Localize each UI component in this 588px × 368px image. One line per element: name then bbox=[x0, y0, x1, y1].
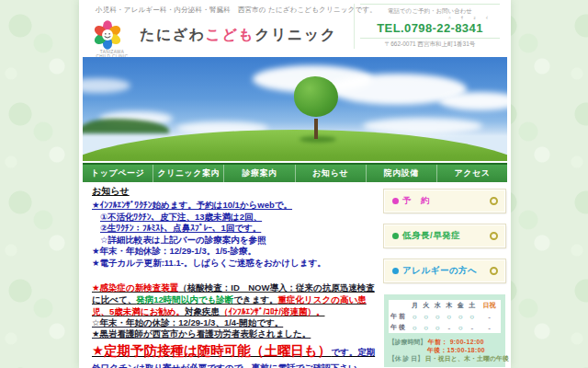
cloud bbox=[439, 92, 507, 110]
contact-label: 電話でのご予約・お問い合わせ bbox=[360, 4, 500, 16]
news-heading: お知らせ bbox=[92, 185, 379, 198]
short-stature-button[interactable]: 低身長/早発症 bbox=[384, 224, 505, 247]
allergy-button[interactable]: アレルギーの方へ bbox=[384, 259, 505, 282]
tel-number: TEL.0798-22-8341 bbox=[360, 21, 500, 35]
cloud bbox=[363, 118, 482, 134]
news-line-holiday: ★年末・年始休診：12/29-1/3。1/5-診療。 bbox=[92, 246, 379, 258]
arrow-icon bbox=[490, 197, 498, 205]
bullet-icon bbox=[392, 268, 399, 274]
flower-logo-icon bbox=[92, 19, 123, 51]
news-link-flu-vaccine[interactable]: ★ｲﾝﾌﾙｴﾝｻﾞﾜｸﾁﾝ始めます。予約は10/1からwebで。 bbox=[92, 200, 379, 212]
reservation-button[interactable]: 予 約 bbox=[384, 190, 505, 213]
arrow-icon bbox=[490, 267, 498, 275]
sidebar: 予 約 低身長/早発症 アレルギーの方へ 月 火 水 bbox=[384, 190, 505, 368]
news-line-nurse-award[interactable]: ★黒岩看護師が西宮市から看護功労者表彰されました。 bbox=[92, 328, 379, 340]
page: 小児科・アレルギー科・内分泌科・腎臓科 西宮市の たにざわこどもクリニックです。… bbox=[0, 0, 588, 368]
clinic-address: 〒662-0071 西宮市和上町1番31号 bbox=[360, 38, 500, 49]
nav-item-medical-info[interactable]: 診療案内 bbox=[223, 165, 294, 182]
schedule-row-am: 午前 ○ ○ ○ ○ ○ ○ - bbox=[389, 311, 501, 322]
news-section: お知らせ ★ｲﾝﾌﾙｴﾝｻﾞﾜｸﾁﾝ始めます。予約は10/1からwebで。 ①不… bbox=[92, 185, 379, 368]
cloud bbox=[83, 78, 130, 93]
clinic-logo[interactable]: TANIZAWA CHILD CLINIC たにざわこどもクリニック bbox=[92, 19, 331, 56]
schedule-table: 月 火 水 木 金 土 日祝 午前 ○ ○ ○ ○ ○ bbox=[389, 300, 501, 333]
main-nav: トップページ クリニック案内 診療案内 お知らせ 院内設備 アクセス bbox=[83, 163, 507, 182]
hero-image bbox=[83, 57, 507, 161]
nav-item-access[interactable]: アクセス bbox=[436, 165, 507, 182]
nav-item-news[interactable]: お知らせ bbox=[295, 165, 366, 182]
header-tagline: 小児科・アレルギー科・内分泌科・腎臓科 西宮市の たにざわこどもクリニックです。 bbox=[96, 6, 377, 15]
news-link-live-vaccine[interactable]: ②生ﾜｸﾁﾝ：ﾌﾙﾐｽﾄ、点鼻ｽﾌﾟﾚｰ、1回です。 bbox=[92, 223, 379, 235]
nav-item-top[interactable]: トップページ bbox=[83, 165, 153, 182]
contact-block: 電話でのご予約・お問い合わせ ﾊ ｻ ﾖ ｲ TEL.0798-22-8341 … bbox=[354, 4, 500, 49]
reservation-button-label: 予 約 bbox=[402, 195, 430, 207]
news-line-comparison: ☆詳細比較表は上記バーの診療案内を参照 bbox=[92, 235, 379, 247]
schedule-box: 月 火 水 木 金 土 日祝 午前 ○ ○ ○ ○ ○ bbox=[384, 294, 505, 367]
opening-hours: 【診療時間】 午前： 9:00-12:00 午後：15:00-18:00 【休 … bbox=[389, 338, 501, 362]
news-paragraph-id-now[interactable]: ★感染症の新検査装置（核酸検査：ID NOW導入：従来の抗原迅速検査に比べて、発… bbox=[92, 282, 379, 317]
news-paragraph-regular-vaccination[interactable]: ★定期予防接種は随時可能（土曜日も）です。定期外ワクチンは取り寄せが必要ですので… bbox=[92, 343, 379, 368]
allergy-button-label: アレルギーの方へ bbox=[402, 265, 477, 277]
content-area: 小児科・アレルギー科・内分泌科・腎臓科 西宮市の たにざわこどもクリニックです。… bbox=[79, 0, 511, 368]
schedule-row-pm: 午後 ○ ○ ○ - ○ - - bbox=[389, 322, 501, 333]
nav-item-facilities[interactable]: 院内設備 bbox=[366, 165, 436, 182]
nav-item-clinic-info[interactable]: クリニック案内 bbox=[153, 165, 223, 182]
news-link-inactivated-vaccine[interactable]: ①不活化ﾜｸﾁﾝ、皮下注、13歳未満は2回、 bbox=[92, 212, 379, 224]
arrow-icon bbox=[490, 232, 498, 240]
news-line-yearend-closed[interactable]: ☆年末・年始の休診：12/29-1/3、1/4-開始です。 bbox=[92, 317, 379, 329]
bullet-icon bbox=[392, 198, 399, 204]
short-stature-button-label: 低身長/早発症 bbox=[402, 230, 460, 242]
news-line-ehr-update: ★電子カルテ更新:11.1-。しばらくご迷惑をおかけします。 bbox=[92, 258, 379, 270]
bullet-icon bbox=[392, 233, 399, 239]
tree bbox=[287, 76, 345, 139]
clinic-name: たにざわこどもクリニック bbox=[140, 26, 337, 45]
